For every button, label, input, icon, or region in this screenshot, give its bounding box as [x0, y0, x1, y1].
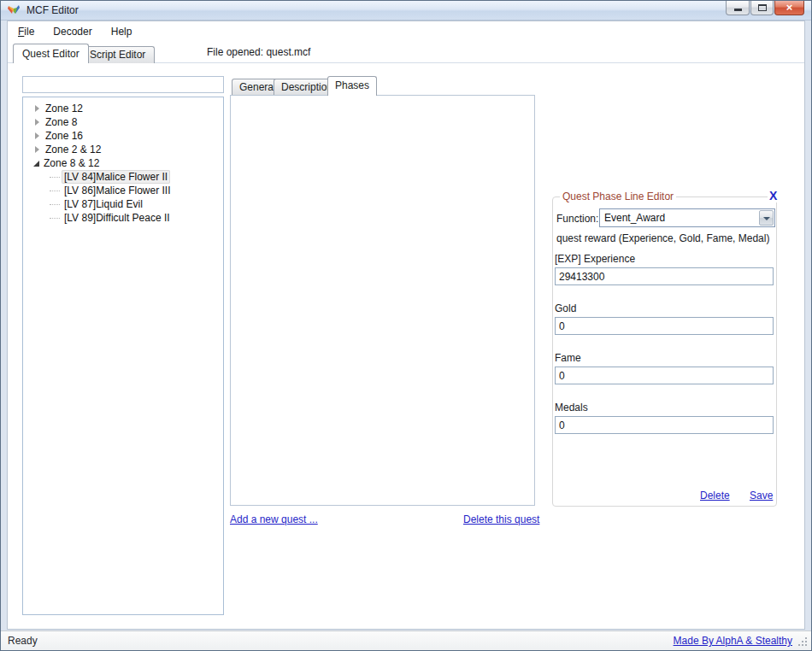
tree-connector [50, 177, 60, 178]
delete-this-quest-link[interactable]: Delete this quest [463, 513, 539, 525]
tree-node-child[interactable]: [LV 87]Liquid Evil [23, 197, 223, 211]
tree-node-label: [LV 87]Liquid Evil [62, 197, 145, 211]
minimize-button[interactable] [726, 1, 750, 15]
field-input[interactable] [555, 317, 774, 335]
credits-link[interactable]: Made By AlphA & Stealthy [674, 635, 792, 647]
tree-node-label: Zone 12 [43, 102, 85, 115]
minimize-icon [734, 9, 742, 11]
tree-node-child[interactable]: [LV 89]Difficult Peace II [23, 211, 223, 225]
chevron-down-icon[interactable] [759, 210, 774, 226]
window-controls [726, 1, 804, 15]
expand-icon[interactable] [35, 146, 39, 153]
line-editor-title: Quest Phase Line Editor [560, 191, 676, 202]
tree-node[interactable]: Zone 16 [23, 129, 223, 143]
titlebar: MCF Editor [1, 1, 811, 21]
close-editor-icon[interactable] [768, 189, 779, 202]
menu-item-decoder[interactable]: Decoder [44, 23, 101, 40]
tree-node-label: [LV 86]Malice Flower III [62, 184, 174, 197]
tree-connector [50, 191, 60, 191]
tab-script-editor[interactable]: Script Editor [80, 46, 155, 63]
line-save-link[interactable]: Save [750, 490, 773, 501]
expand-icon[interactable] [35, 132, 39, 139]
function-label: Function: [556, 213, 598, 225]
menu-item-file[interactable]: File [9, 23, 44, 40]
collapse-icon[interactable] [33, 161, 39, 167]
statusbar: Ready Made By AlphA & Stealthy [1, 630, 811, 650]
tree-node[interactable]: Zone 8 & 12 [23, 156, 223, 170]
tree-node-label: [LV 89]Difficult Peace II [62, 211, 173, 225]
close-icon [775, 1, 803, 15]
menubar: FileDecoderHelp [9, 23, 141, 40]
tree-node[interactable]: Zone 12 [23, 102, 223, 115]
reward-fields: [EXP] ExperienceGoldFameMedals [555, 253, 774, 451]
tree-search-input[interactable] [22, 76, 224, 93]
tab-phases[interactable]: Phases [327, 76, 377, 96]
tree-connector [50, 204, 60, 205]
field-label: Fame [555, 352, 774, 365]
function-value: Event_Award [602, 211, 757, 225]
tab-quest-editor[interactable]: Quest Editor [13, 44, 89, 63]
expand-icon[interactable] [35, 105, 39, 112]
status-text: Ready [8, 635, 38, 647]
field-input[interactable] [555, 267, 774, 285]
tree-node[interactable]: Zone 2 & 12 [23, 143, 223, 156]
tree-node-label: Zone 8 & 12 [41, 156, 102, 170]
maximize-button[interactable] [750, 1, 774, 15]
field-input[interactable] [555, 416, 774, 434]
line-delete-link[interactable]: Delete [700, 490, 730, 501]
expand-icon[interactable] [35, 119, 39, 126]
quest-tree: Zone 12Zone 8Zone 16Zone 2 & 12Zone 8 & … [22, 97, 224, 615]
field-input[interactable] [555, 367, 774, 384]
close-button[interactable] [774, 1, 804, 15]
function-description: quest reward (Experience, Gold, Fame, Me… [556, 232, 769, 244]
tree-node-label: Zone 16 [43, 129, 85, 143]
field-label: [EXP] Experience [555, 253, 774, 266]
file-opened-label: File opened: quest.mcf [207, 46, 310, 58]
field-label: Medals [555, 402, 774, 414]
phases-tab-page [230, 95, 535, 506]
window-title: MCF Editor [26, 4, 79, 16]
tree-node-label: Zone 2 & 12 [43, 143, 103, 156]
maximize-icon [758, 4, 767, 11]
function-combo[interactable]: Event_Award [599, 208, 775, 227]
tree-node-label: Zone 8 [43, 115, 79, 129]
menu-item-help[interactable]: Help [102, 23, 142, 40]
tree-node-child[interactable]: [LV 86]Malice Flower III [23, 184, 223, 197]
field-label: Gold [555, 302, 774, 315]
tree-connector [50, 218, 60, 219]
tree-node-label: [LV 84]Malice Flower II [62, 170, 170, 184]
app-logo-icon [7, 3, 21, 17]
tree-node[interactable]: Zone 8 [23, 115, 223, 129]
app-window: MCF Editor FileDecoderHelp Quest Editor … [0, 0, 812, 651]
resize-grip-icon[interactable] [798, 637, 809, 648]
add-new-quest-link[interactable]: Add a new quest ... [230, 513, 318, 525]
tree-node-child[interactable]: [LV 84]Malice Flower II [23, 170, 223, 184]
